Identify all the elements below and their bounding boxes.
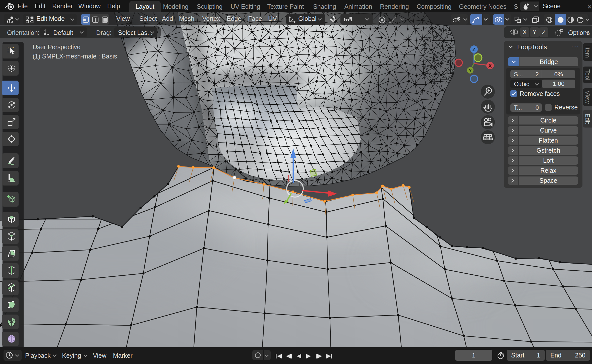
svg-text:User Perspective: User Perspective — [33, 43, 80, 50]
svg-text:(1) SMPLX-mesh-male : Basis: (1) SMPLX-mesh-male : Basis — [33, 53, 117, 60]
svg-text:Y: Y — [468, 68, 472, 73]
svg-text:Z: Z — [472, 46, 476, 52]
svg-text:X: X — [488, 63, 492, 69]
